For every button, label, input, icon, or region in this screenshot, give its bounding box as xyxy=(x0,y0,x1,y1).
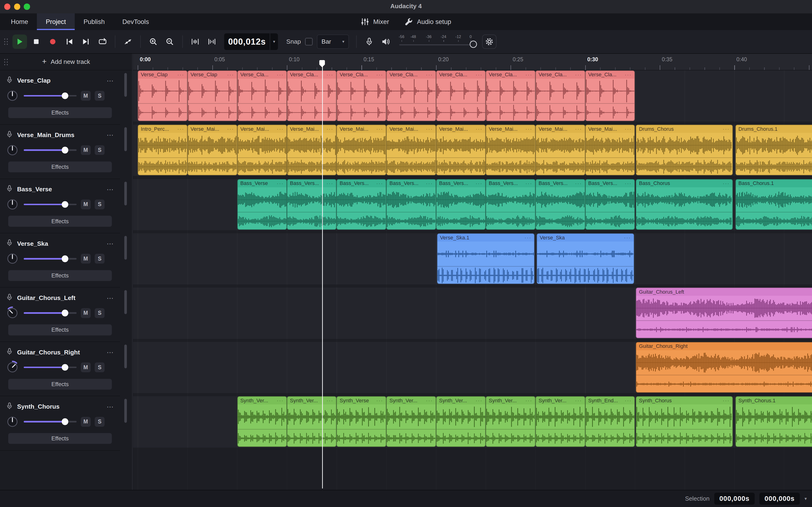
audio-clip[interactable]: Synth_Verse··· xyxy=(337,396,386,447)
clip-menu-icon[interactable]: ··· xyxy=(474,398,485,403)
solo-button[interactable]: S xyxy=(95,91,105,101)
pan-knob[interactable] xyxy=(5,414,20,429)
clip-menu-icon[interactable]: ··· xyxy=(624,181,635,186)
clip-header[interactable]: Verse_Cla...··· xyxy=(486,71,535,78)
audio-clip[interactable]: Verse_Mai...··· xyxy=(188,125,237,175)
clip-header[interactable]: Synth_Ver...··· xyxy=(486,397,535,404)
audio-clip[interactable]: Synth_Ver...··· xyxy=(386,396,436,447)
clip-menu-icon[interactable]: ··· xyxy=(574,398,585,403)
tab-home[interactable]: Home xyxy=(2,13,37,30)
mute-button[interactable]: M xyxy=(81,417,91,427)
clip-header[interactable]: Synth_Verse··· xyxy=(337,397,386,404)
audio-clip[interactable]: Bass_Verse··· xyxy=(237,179,287,230)
settings-button[interactable] xyxy=(482,35,497,49)
effects-button[interactable]: Effects xyxy=(8,107,112,118)
clip-menu-icon[interactable]: ··· xyxy=(624,398,635,403)
track-name[interactable]: Guitar_Chorus_Right xyxy=(17,349,103,356)
pan-knob[interactable] xyxy=(5,143,20,158)
solo-button[interactable]: S xyxy=(95,308,105,318)
audio-clip[interactable]: Synth_Chorus··· xyxy=(636,396,733,447)
track-name[interactable]: Verse_Main_Drums xyxy=(17,131,103,139)
tab-publish[interactable]: Publish xyxy=(75,13,113,30)
audio-clip[interactable]: Verse_Mai...··· xyxy=(386,125,436,175)
slider-thumb[interactable] xyxy=(61,93,68,99)
fit-project-button[interactable] xyxy=(204,35,219,49)
clip-menu-icon[interactable]: ··· xyxy=(425,398,436,403)
tab-devtools[interactable]: DevTools xyxy=(113,13,158,30)
clip-menu-icon[interactable]: ··· xyxy=(574,126,585,132)
clip-menu-icon[interactable]: ··· xyxy=(276,126,287,132)
clip-header[interactable]: Verse_Mai...··· xyxy=(238,125,287,133)
clip-menu-icon[interactable]: ··· xyxy=(624,72,635,77)
audio-clip[interactable]: Verse_Cla...··· xyxy=(486,70,536,121)
loop-button[interactable] xyxy=(95,35,110,49)
clip-menu-icon[interactable]: ··· xyxy=(524,72,535,77)
audio-clip[interactable]: Bass_Vers...··· xyxy=(287,179,337,230)
audio-setup-button[interactable]: Audio setup xyxy=(405,17,451,26)
clip-header[interactable]: Synth_Chorus··· xyxy=(636,397,732,404)
playback-volume-slider[interactable]: -56-48-36-24-120 xyxy=(399,33,477,50)
clip-menu-icon[interactable]: ··· xyxy=(574,181,585,186)
clip-menu-icon[interactable]: ··· xyxy=(574,72,585,77)
clip-header[interactable]: Verse_Cla...··· xyxy=(287,71,336,78)
clip-header[interactable]: Bass_Vers...··· xyxy=(337,180,386,187)
clip-header[interactable]: Verse_Mai...··· xyxy=(586,125,635,133)
pan-knob[interactable] xyxy=(5,306,20,320)
effects-button[interactable]: Effects xyxy=(8,324,112,335)
clip-header[interactable]: Verse_Cla...··· xyxy=(536,71,585,78)
stop-button[interactable] xyxy=(29,35,44,49)
audio-clip[interactable]: Intro_Perc...··· xyxy=(138,125,187,175)
audio-clip[interactable]: Guitar_Chorus_Right··· xyxy=(636,342,812,393)
audio-clip[interactable]: Synth_Ver...··· xyxy=(436,396,486,447)
track-lane[interactable]: Bass_Verse···Bass_Vers...···Bass_Vers...… xyxy=(133,179,812,230)
clip-menu-icon[interactable]: ··· xyxy=(425,181,436,186)
time-display[interactable]: 000,012s ▾ xyxy=(224,33,278,50)
audio-clip[interactable]: Bass_Vers...··· xyxy=(386,179,436,230)
clip-menu-icon[interactable]: ··· xyxy=(176,126,187,132)
track-name[interactable]: Verse_Clap xyxy=(17,77,103,84)
audio-clip[interactable]: Verse_Cla...··· xyxy=(436,70,486,121)
mute-button[interactable]: M xyxy=(81,254,91,264)
pan-knob[interactable] xyxy=(5,360,20,375)
clip-menu-icon[interactable]: ··· xyxy=(524,126,535,132)
track-lane[interactable]: Guitar_Chorus_Left··· xyxy=(133,288,812,339)
audio-clip[interactable]: Verse_Mai...··· xyxy=(585,125,635,175)
zoom-in-button[interactable] xyxy=(146,35,160,49)
audio-clip[interactable]: Bass_Vers...··· xyxy=(486,179,536,230)
track-lane[interactable]: Intro_Perc...···Verse_Mai...···Verse_Mai… xyxy=(133,125,812,176)
sidebar-drag-handle-icon[interactable] xyxy=(4,59,5,60)
audio-clip[interactable]: Synth_End...··· xyxy=(585,396,635,447)
slider-thumb[interactable] xyxy=(61,201,68,208)
track-menu-icon[interactable]: ⋯ xyxy=(107,131,114,139)
pan-knob[interactable] xyxy=(5,197,20,212)
skip-to-start-button[interactable] xyxy=(62,35,77,49)
clip-menu-icon[interactable]: ··· xyxy=(624,126,635,132)
solo-button[interactable]: S xyxy=(95,417,105,427)
audio-clip[interactable]: Verse_Cla...··· xyxy=(386,70,436,121)
clip-header[interactable]: Synth_End...··· xyxy=(586,397,635,404)
audio-clip[interactable]: Bass_Vers...··· xyxy=(337,179,386,230)
audio-clip[interactable]: Synth_Ver...··· xyxy=(287,396,337,447)
clip-header[interactable]: Verse_Mai...··· xyxy=(188,125,237,133)
clip-header[interactable]: Bass_Vers...··· xyxy=(387,180,436,187)
track-name[interactable]: Synth_Chorus xyxy=(17,403,103,410)
clip-header[interactable]: Verse_Mai...··· xyxy=(287,125,336,133)
audio-clip[interactable]: Verse_Ska··· xyxy=(537,233,634,284)
clip-header[interactable]: Verse_Mai...··· xyxy=(536,125,585,133)
track-name[interactable]: Bass_Verse xyxy=(17,186,103,193)
track-vertical-scrollbar[interactable] xyxy=(124,236,127,260)
audio-clip[interactable]: Synth_Ver...··· xyxy=(486,396,536,447)
clip-header[interactable]: Verse_Clap··· xyxy=(138,71,187,78)
track-menu-icon[interactable]: ⋯ xyxy=(107,240,114,247)
timeline-ruler[interactable]: 0:000:050:100:150:200:250:300:350:40 xyxy=(133,54,812,70)
clip-menu-icon[interactable]: ··· xyxy=(375,126,386,132)
pan-knob[interactable] xyxy=(5,251,20,266)
track-vertical-scrollbar[interactable] xyxy=(124,127,127,151)
track-volume-slider[interactable] xyxy=(24,309,77,317)
clip-menu-icon[interactable]: ··· xyxy=(276,181,287,186)
volume-knob[interactable] xyxy=(470,41,477,48)
time-format-dropdown-icon[interactable]: ▾ xyxy=(270,33,278,50)
envelope-tool-button[interactable] xyxy=(120,35,135,49)
slider-thumb[interactable] xyxy=(61,418,68,425)
audio-clip[interactable]: Verse_Mai...··· xyxy=(337,125,386,175)
